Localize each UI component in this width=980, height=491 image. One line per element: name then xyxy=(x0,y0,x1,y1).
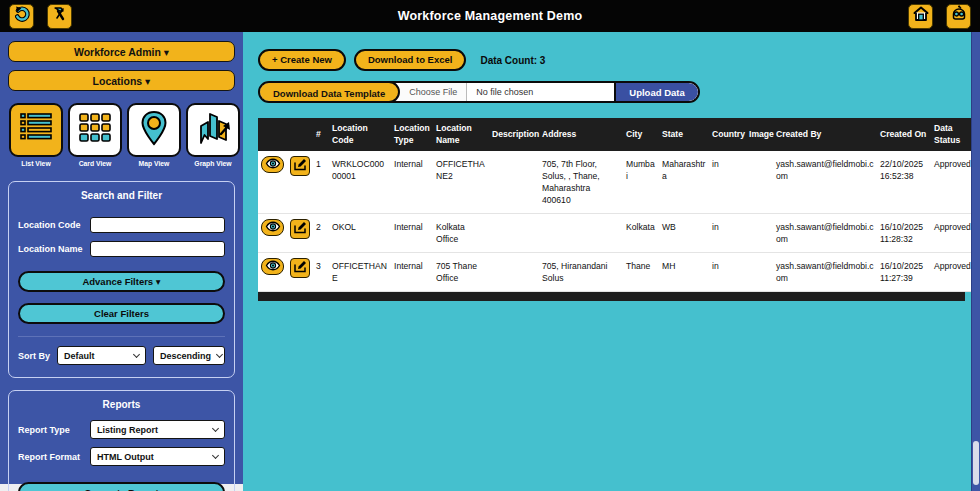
list-view-label: List View xyxy=(21,160,50,167)
table-row: 2 OKOL Internal Kolkata Office Kolkata W… xyxy=(258,214,975,253)
clear-filters-button[interactable]: Clear Filters xyxy=(18,303,225,324)
data-count: Data Count: 3 xyxy=(480,55,545,66)
chevron-down-icon xyxy=(133,351,140,358)
table-header-row: #Location CodeLocation TypeLocation Name… xyxy=(258,118,975,151)
cell-address: 705, 7th Floor, Solus, , Thane, Maharash… xyxy=(539,151,623,214)
cell-location-type: Internal xyxy=(391,253,433,292)
choose-file-button[interactable]: Choose File xyxy=(400,83,467,101)
cell-city: Mumbai xyxy=(623,151,659,214)
page-title: Workforce Management Demo xyxy=(0,9,980,23)
eye-icon xyxy=(265,157,281,172)
topbar: Workforce Management Demo xyxy=(0,0,980,32)
cell-location-code: OKOL xyxy=(329,214,391,253)
sidebar: Workforce Admin ▾ Locations ▾ xyxy=(0,32,243,484)
edit-icon xyxy=(293,221,307,238)
cell-created-on: 22/10/2025 16:52:38 xyxy=(877,151,931,214)
cell-data-status: Approved xyxy=(931,151,975,214)
cell-data-status: Approved xyxy=(931,214,975,253)
locations-menu[interactable]: Locations ▾ xyxy=(8,70,235,91)
card-view-button[interactable]: Card View xyxy=(68,103,122,167)
edit-row-button[interactable] xyxy=(290,219,310,239)
graph-view-button[interactable]: Graph View xyxy=(186,103,240,167)
divider xyxy=(18,336,225,337)
cell-location-name: OFFICETHANE2 xyxy=(433,151,489,214)
eye-icon xyxy=(265,220,281,235)
table-row: 1 WRKLOC00000001 Internal OFFICETHANE2 7… xyxy=(258,151,975,214)
download-excel-button[interactable]: Download to Excel xyxy=(354,49,466,71)
view-row-button[interactable] xyxy=(261,258,284,275)
edit-row-button[interactable] xyxy=(290,258,310,278)
download-template-button[interactable]: Download Data Template xyxy=(258,81,400,103)
view-row-button[interactable] xyxy=(261,219,284,236)
report-type-select[interactable]: Listing Report xyxy=(90,420,225,439)
map-view-label: Map View xyxy=(139,160,170,167)
table-row: 3 OFFICETHANE Internal 705 Thane Office … xyxy=(258,253,975,292)
sort-by-label: Sort By xyxy=(18,351,50,361)
view-switcher: List View Card View xyxy=(8,99,235,169)
location-code-label: Location Code xyxy=(18,220,90,230)
cell-created-by: yash.sawant@fieldmobi.com xyxy=(773,253,877,292)
list-view-button[interactable]: List View xyxy=(9,103,63,167)
upload-data-button[interactable]: Upload Data xyxy=(614,83,697,101)
advance-filters-button[interactable]: Advance Filters ▾ xyxy=(18,271,225,292)
cell-image xyxy=(746,253,773,292)
cell-city: Kolkata xyxy=(623,214,659,253)
cell-created-on: 16/10/2025 11:28:32 xyxy=(877,214,931,253)
location-code-input[interactable] xyxy=(90,217,225,233)
view-column-header xyxy=(258,118,286,151)
cell-created-by: yash.sawant@fieldmobi.com xyxy=(773,214,877,253)
cell-country: in xyxy=(709,214,746,253)
eye-icon xyxy=(265,259,281,274)
edit-row-button[interactable] xyxy=(290,156,310,176)
scrollbar-thumb[interactable] xyxy=(973,441,979,485)
main-content: + Create New Download to Excel Data Coun… xyxy=(243,32,980,491)
location-name-label: Location Name xyxy=(18,244,90,254)
column-header: Image xyxy=(746,118,773,151)
cell-created-by: yash.sawant@fieldmobi.com xyxy=(773,151,877,214)
search-filter-title: Search and Filter xyxy=(18,190,225,201)
chevron-down-icon xyxy=(216,351,223,358)
cell-description xyxy=(489,151,539,214)
cell-image xyxy=(746,151,773,214)
locations-table: #Location CodeLocation TypeLocation Name… xyxy=(258,118,965,301)
generate-report-button[interactable]: Generate Report xyxy=(18,482,225,491)
workforce-admin-menu[interactable]: Workforce Admin ▾ xyxy=(8,41,235,62)
column-header: Created By xyxy=(773,118,877,151)
column-header: Address xyxy=(539,118,623,151)
graph-view-icon xyxy=(193,108,233,152)
cell-state: MH xyxy=(659,253,709,292)
sort-direction-select[interactable]: Descending xyxy=(153,346,225,365)
cell-location-code: WRKLOC00000001 xyxy=(329,151,391,214)
cell-city: Thane xyxy=(623,253,659,292)
map-view-button[interactable]: Map View xyxy=(127,103,181,167)
cell-location-code: OFFICETHANE xyxy=(329,253,391,292)
list-view-icon xyxy=(16,108,56,152)
cell-created-on: 16/10/2025 11:27:39 xyxy=(877,253,931,292)
column-header: Location Code xyxy=(329,118,391,151)
cell-number: 2 xyxy=(313,214,329,253)
edit-icon xyxy=(293,158,307,175)
cell-description xyxy=(489,253,539,292)
chevron-down-icon xyxy=(212,452,219,459)
cell-data-status: Approved xyxy=(931,253,975,292)
cell-country: in xyxy=(709,151,746,214)
location-name-input[interactable] xyxy=(90,241,225,257)
column-header: State xyxy=(659,118,709,151)
vertical-scrollbar[interactable] xyxy=(971,32,980,491)
cell-country: in xyxy=(709,253,746,292)
column-header: # xyxy=(313,118,329,151)
view-row-button[interactable] xyxy=(261,156,284,173)
sort-field-select[interactable]: Default xyxy=(57,346,146,365)
cell-state: Maharashtra xyxy=(659,151,709,214)
cell-location-name: 705 Thane Office xyxy=(433,253,489,292)
report-format-select[interactable]: HTML Output xyxy=(90,447,225,466)
cell-description xyxy=(489,214,539,253)
column-header: Created On xyxy=(877,118,931,151)
cell-location-type: Internal xyxy=(391,151,433,214)
search-filter-panel: Search and Filter Location Code Location… xyxy=(8,181,235,378)
table-footer-bar xyxy=(258,292,965,301)
upload-group: Download Data Template Choose File No fi… xyxy=(258,81,700,103)
create-new-button[interactable]: + Create New xyxy=(258,49,346,71)
cell-state: WB xyxy=(659,214,709,253)
column-header: Data Status xyxy=(931,118,975,151)
